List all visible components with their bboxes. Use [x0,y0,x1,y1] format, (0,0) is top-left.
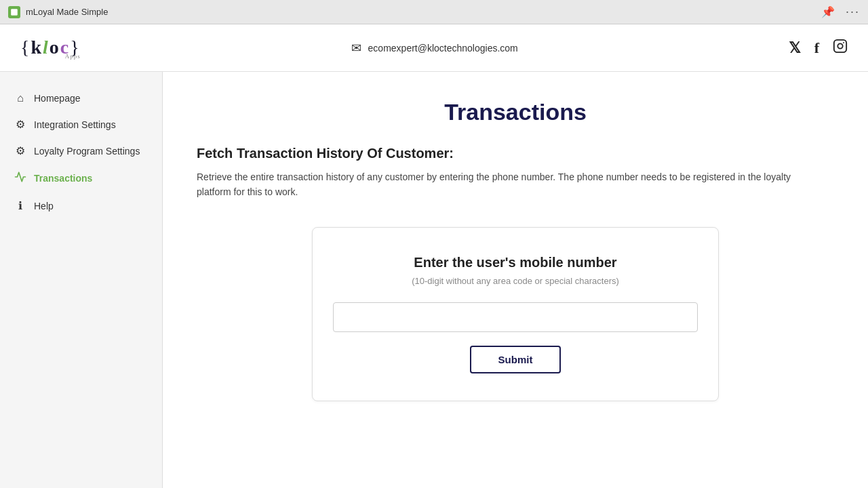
section-description: Retrieve the entire transaction history … [197,169,807,200]
more-icon[interactable]: ··· [846,5,860,19]
main-layout: ⌂ Homepage ⚙ Integration Settings ⚙ Loya… [0,72,868,488]
sidebar-item-integration-settings[interactable]: ⚙ Integration Settings [0,111,162,138]
transactions-icon [14,171,27,186]
sidebar-label-homepage: Homepage [34,93,81,104]
sidebar-item-transactions[interactable]: Transactions [0,164,162,192]
mobile-number-card: Enter the user's mobile number (10-digit… [312,227,719,401]
mobile-number-input[interactable] [333,302,698,332]
home-icon: ⌂ [14,92,27,104]
sidebar-label-help: Help [34,201,54,211]
browser-actions: 📌 ··· [821,5,860,19]
main-content: Transactions Fetch Transaction History O… [163,72,868,488]
svg-point-3 [843,42,844,43]
header-email-section: ✉ ecomexpert@kloctechnologies.com [351,41,518,56]
app-header: {kloc}Apps ✉ ecomexpert@kloctechnologies… [0,24,868,72]
twitter-icon[interactable]: 𝕏 [789,39,801,57]
header-email-address: ecomexpert@kloctechnologies.com [368,43,518,54]
browser-favicon [8,6,20,18]
sidebar-label-loyalty-program-settings: Loyalty Program Settings [34,146,140,157]
header-social: 𝕏 f [789,39,848,57]
logo: {kloc}Apps [20,37,81,60]
facebook-icon[interactable]: f [814,39,819,57]
card-title: Enter the user's mobile number [333,255,698,270]
pin-icon[interactable]: 📌 [821,5,835,18]
sidebar-item-loyalty-program-settings[interactable]: ⚙ Loyalty Program Settings [0,138,162,164]
sidebar-label-integration-settings: Integration Settings [34,119,116,130]
browser-bar: mLoyal Made Simple 📌 ··· [0,0,868,24]
browser-tab: mLoyal Made Simple [8,6,108,18]
sidebar-label-transactions: Transactions [34,173,92,184]
svg-rect-0 [11,9,18,16]
section-title: Fetch Transaction History Of Customer: [197,146,834,161]
svg-rect-1 [834,40,846,52]
svg-point-2 [837,43,842,48]
instagram-icon[interactable] [833,39,848,57]
gear-icon-integration: ⚙ [14,118,27,131]
sidebar-item-help[interactable]: ℹ Help [0,192,162,219]
sidebar-item-homepage[interactable]: ⌂ Homepage [0,85,162,111]
page-title: Transactions [197,99,834,125]
envelope-icon: ✉ [351,41,361,56]
sidebar: ⌂ Homepage ⚙ Integration Settings ⚙ Loya… [0,72,163,488]
gear-icon-loyalty: ⚙ [14,144,27,157]
card-subtitle: (10-digit without any area code or speci… [333,276,698,286]
browser-tab-label: mLoyal Made Simple [26,7,108,17]
help-icon: ℹ [14,199,27,212]
submit-button[interactable]: Submit [470,346,561,373]
